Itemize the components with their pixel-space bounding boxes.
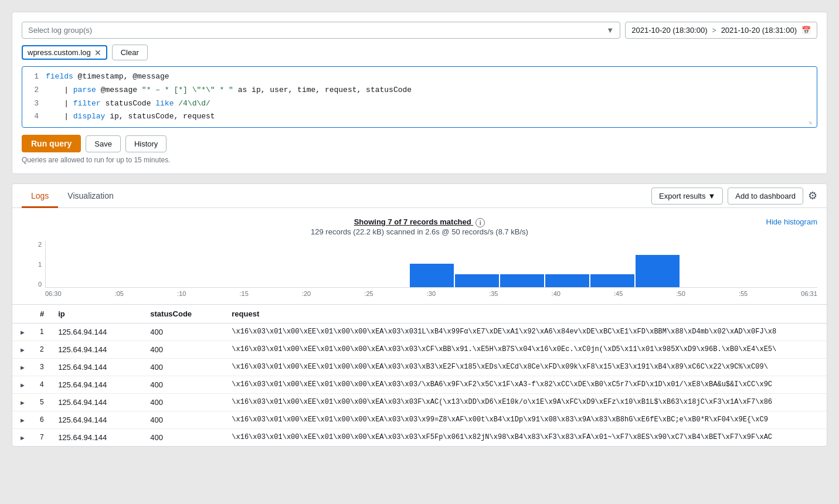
add-to-dashboard-button[interactable]: Add to dashboard bbox=[728, 188, 803, 205]
line-number-2: 2 bbox=[27, 84, 39, 97]
row-status: 400 bbox=[143, 376, 225, 393]
showing-records-text[interactable]: Showing 7 of 7 records matched i bbox=[354, 217, 485, 226]
results-table: # ip statusCode request ► 1 125.64.94.14… bbox=[12, 305, 827, 446]
x-label-0631: 06:31 bbox=[801, 290, 817, 297]
results-table-container: # ip statusCode request ► 1 125.64.94.14… bbox=[12, 305, 827, 446]
row-status: 400 bbox=[143, 428, 225, 446]
settings-gear-button[interactable]: ⚙ bbox=[808, 189, 817, 202]
scanned-records-text: 129 records (22.2 kB) scanned in 2.6s @ … bbox=[311, 227, 528, 236]
bar-at-45-4 bbox=[590, 274, 634, 287]
line-number-3: 3 bbox=[27, 98, 39, 110]
save-button[interactable]: Save bbox=[86, 135, 121, 152]
table-row: ► 4 125.64.94.144 400 \x16\x03\x01\x00\x… bbox=[12, 376, 827, 393]
run-query-button[interactable]: Run query bbox=[22, 135, 81, 152]
code-content-3: | filter statusCode like /4\d\d/ bbox=[46, 98, 210, 110]
col-header-expand bbox=[12, 305, 33, 323]
y-label-2: 2 bbox=[22, 241, 42, 248]
col-header-num: # bbox=[33, 305, 51, 323]
row-ip: 125.64.94.144 bbox=[51, 340, 143, 358]
row-status: 400 bbox=[143, 393, 225, 411]
line-number-4: 4 bbox=[27, 111, 39, 123]
results-panel: Logs Visualization Export results ▼ Add … bbox=[12, 183, 827, 447]
row-expand-arrow[interactable]: ► bbox=[12, 411, 33, 428]
row-ip: 125.64.94.144 bbox=[51, 376, 143, 393]
results-tabs-row: Logs Visualization Export results ▼ Add … bbox=[12, 184, 827, 208]
log-group-tag: wpress.custom.log ✕ bbox=[22, 45, 107, 60]
row-number: 7 bbox=[33, 428, 51, 446]
x-label-30: :30 bbox=[427, 290, 436, 297]
line-number-1: 1 bbox=[27, 71, 39, 83]
row-status: 400 bbox=[143, 323, 225, 340]
calendar-icon: 📅 bbox=[801, 26, 811, 35]
table-row: ► 2 125.64.94.144 400 \x16\x03\x01\x00\x… bbox=[12, 340, 827, 358]
col-header-request: request bbox=[225, 305, 827, 323]
tab-logs[interactable]: Logs bbox=[22, 184, 58, 208]
bar-at-40 bbox=[410, 264, 454, 287]
row-ip: 125.64.94.144 bbox=[51, 428, 143, 446]
row-request: \x16\x03\x01\x00\xEE\x01\x00\x00\xEA\x03… bbox=[225, 376, 827, 393]
table-row: ► 7 125.64.94.144 400 \x16\x03\x01\x00\x… bbox=[12, 428, 827, 446]
row-ip: 125.64.94.144 bbox=[51, 323, 143, 340]
log-group-placeholder: Select log group(s) bbox=[28, 26, 92, 35]
col-header-statuscode: statusCode bbox=[143, 305, 225, 323]
row-expand-arrow[interactable]: ► bbox=[12, 393, 33, 411]
row-request: \x16\x03\x01\x00\xEE\x01\x00\x00\xEA\x03… bbox=[225, 411, 827, 428]
hide-histogram-button[interactable]: Hide histogram bbox=[766, 217, 817, 226]
code-line-3: 3 | filter statusCode like /4\d\d/ bbox=[22, 97, 817, 111]
tab-visualization[interactable]: Visualization bbox=[58, 184, 123, 208]
row-ip: 125.64.94.144 bbox=[51, 393, 143, 411]
row-request: \x16\x03\x01\x00\xEE\x01\x00\x00\xEA\x03… bbox=[225, 393, 827, 411]
loggroup-row: Select log group(s) ▼ 2021-10-20 (18:30:… bbox=[22, 22, 817, 39]
code-content-4: | display ip, statusCode, request bbox=[46, 111, 215, 123]
code-line-1: 1 fields @timestamp, @message bbox=[22, 70, 817, 84]
table-row: ► 3 125.64.94.144 400 \x16\x03\x01\x00\x… bbox=[12, 358, 827, 376]
clear-button[interactable]: Clear bbox=[112, 45, 148, 60]
row-expand-arrow[interactable]: ► bbox=[12, 376, 33, 393]
x-label-45: :45 bbox=[614, 290, 623, 297]
row-request: \x16\x03\x01\x00\xEE\x01\x00\x00\xEA\x03… bbox=[225, 340, 827, 358]
table-row: ► 1 125.64.94.144 400 \x16\x03\x01\x00\x… bbox=[12, 323, 827, 340]
dropdown-arrow-icon: ▼ bbox=[606, 26, 614, 35]
row-expand-arrow[interactable]: ► bbox=[12, 358, 33, 376]
row-number: 6 bbox=[33, 411, 51, 428]
y-label-1: 1 bbox=[22, 261, 42, 268]
table-header-row: # ip statusCode request bbox=[12, 305, 827, 323]
bar-at-47 bbox=[636, 255, 680, 287]
chart-area bbox=[45, 241, 817, 288]
query-note: Queries are allowed to run for up to 15 … bbox=[22, 156, 817, 164]
row-status: 400 bbox=[143, 340, 225, 358]
resize-handle[interactable]: ⇲ bbox=[809, 119, 816, 126]
row-request: \x16\x03\x01\x00\xEE\x01\x00\x00\xEA\x03… bbox=[225, 428, 827, 446]
export-results-button[interactable]: Export results ▼ bbox=[651, 188, 723, 205]
row-status: 400 bbox=[143, 411, 225, 428]
export-dropdown-icon: ▼ bbox=[708, 192, 715, 200]
x-axis: 06:30 :05 :10 :15 :20 :25 :30 :35 :40 :4… bbox=[45, 288, 817, 297]
row-request: \x16\x03\x01\x00\xEE\x01\x00\x00\xEA\x03… bbox=[225, 323, 827, 340]
row-number: 1 bbox=[33, 323, 51, 340]
row-ip: 125.64.94.144 bbox=[51, 411, 143, 428]
row-request: \x16\x03\x01\x00\xEE\x01\x00\x00\xEA\x03… bbox=[225, 358, 827, 376]
x-label-05: :05 bbox=[115, 290, 124, 297]
tag-label: wpress.custom.log bbox=[28, 48, 91, 57]
tag-close-button[interactable]: ✕ bbox=[94, 49, 101, 57]
bars-container bbox=[46, 241, 817, 287]
tags-row: wpress.custom.log ✕ Clear bbox=[22, 45, 817, 60]
x-label-50: :50 bbox=[676, 290, 685, 297]
date-range-selector[interactable]: 2021-10-20 (18:30:00) > 2021-10-20 (18:3… bbox=[625, 22, 817, 39]
query-actions-row: Run query Save History bbox=[22, 135, 817, 152]
history-button[interactable]: History bbox=[125, 135, 167, 152]
bar-at-45-1 bbox=[455, 274, 499, 287]
histogram-header: Showing 7 of 7 records matched i 129 rec… bbox=[22, 217, 817, 236]
info-icon[interactable]: i bbox=[475, 218, 485, 227]
row-expand-arrow[interactable]: ► bbox=[12, 323, 33, 340]
col-header-ip: ip bbox=[51, 305, 143, 323]
query-code-editor[interactable]: 1 fields @timestamp, @message 2 | parse … bbox=[22, 66, 817, 128]
row-status: 400 bbox=[143, 358, 225, 376]
date-end: 2021-10-20 (18:31:00) bbox=[721, 26, 797, 35]
row-expand-arrow[interactable]: ► bbox=[12, 428, 33, 446]
log-group-select[interactable]: Select log group(s) ▼ bbox=[22, 22, 620, 39]
row-number: 5 bbox=[33, 393, 51, 411]
row-expand-arrow[interactable]: ► bbox=[12, 340, 33, 358]
table-row: ► 6 125.64.94.144 400 \x16\x03\x01\x00\x… bbox=[12, 411, 827, 428]
table-body: ► 1 125.64.94.144 400 \x16\x03\x01\x00\x… bbox=[12, 323, 827, 446]
